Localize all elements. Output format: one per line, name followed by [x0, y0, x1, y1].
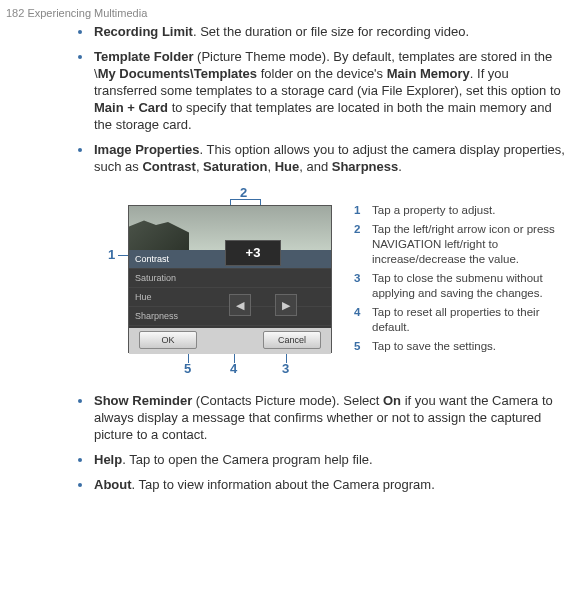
- legend-text: Tap a property to adjust.: [372, 203, 570, 218]
- legend-row-3: 3 Tap to close the submenu without apply…: [354, 271, 570, 301]
- text: , and: [299, 159, 332, 174]
- recording-limit-text: . Set the duration or file size for reco…: [193, 24, 469, 39]
- legend-row-5: 5 Tap to save the settings.: [354, 339, 570, 354]
- camera-settings-screenshot: Contrast Saturation Hue Sharpness +3 ◀ ▶…: [128, 205, 332, 353]
- main-content: Recording Limit. Set the duration or fil…: [0, 20, 584, 494]
- button-bar: OK Cancel: [129, 328, 331, 354]
- legend-text: Tap to save the settings.: [372, 339, 570, 354]
- legend-num: 2: [354, 222, 372, 267]
- legend-num: 1: [354, 203, 372, 218]
- callout-5: 5: [184, 361, 191, 378]
- arrow-left-icon[interactable]: ◀: [229, 294, 251, 316]
- callout-1: 1: [108, 247, 115, 264]
- property-saturation[interactable]: Saturation: [129, 269, 331, 288]
- arrow-controls: ◀ ▶: [229, 294, 297, 316]
- bullet-icon: [78, 458, 82, 462]
- show-reminder-title: Show Reminder: [94, 393, 192, 408]
- item-show-reminder: Show Reminder (Contacts Picture mode). S…: [70, 393, 566, 444]
- bullet-icon: [78, 30, 82, 34]
- legend-text: Tap the left/right arrow icon or press N…: [372, 222, 570, 267]
- prop-sharpness: Sharpness: [332, 159, 398, 174]
- legend-num: 5: [354, 339, 372, 354]
- help-text: . Tap to open the Camera program help fi…: [122, 452, 373, 467]
- item-image-properties: Image Properties. This option allows you…: [70, 142, 566, 176]
- mountain-icon: [129, 220, 189, 250]
- item-recording-limit: Recording Limit. Set the duration or fil…: [70, 24, 566, 41]
- on-label: On: [383, 393, 401, 408]
- cancel-button[interactable]: Cancel: [263, 331, 321, 349]
- arrow-right-icon[interactable]: ▶: [275, 294, 297, 316]
- image-properties-title: Image Properties: [94, 142, 200, 157]
- legend-num: 3: [354, 271, 372, 301]
- callout-line: [230, 199, 260, 200]
- bullet-icon: [78, 148, 82, 152]
- path-my-documents: My Documents\Templates: [98, 66, 257, 81]
- property-menu: Contrast Saturation Hue Sharpness +3 ◀ ▶: [129, 250, 331, 328]
- bullet-icon: [78, 55, 82, 59]
- text: folder on the device's: [257, 66, 387, 81]
- path-main-memory: Main Memory: [387, 66, 470, 81]
- callout-4: 4: [230, 361, 237, 378]
- item-help: Help. Tap to open the Camera program hel…: [70, 452, 566, 469]
- figure-area: 1 2 3 4 5 Contrast Saturation Hue Sharpn…: [70, 185, 566, 379]
- text: (Contacts Picture mode). Select: [192, 393, 383, 408]
- recording-limit-title: Recording Limit: [94, 24, 193, 39]
- legend-row-1: 1 Tap a property to adjust.: [354, 203, 570, 218]
- about-text: . Tap to view information about the Came…: [132, 477, 435, 492]
- prop-contrast: Contrast: [142, 159, 195, 174]
- prop-hue: Hue: [275, 159, 300, 174]
- legend-text: Tap to reset all properties to their def…: [372, 305, 570, 335]
- legend-row-2: 2 Tap the left/right arrow icon or press…: [354, 222, 570, 267]
- item-about: About. Tap to view information about the…: [70, 477, 566, 494]
- path-main-card: Main + Card: [94, 100, 168, 115]
- item-template-folder: Template Folder (Picture Theme mode). By…: [70, 49, 566, 133]
- bullet-icon: [78, 399, 82, 403]
- prop-saturation: Saturation: [203, 159, 267, 174]
- ok-button[interactable]: OK: [139, 331, 197, 349]
- value-popup: +3: [225, 240, 281, 266]
- bullet-icon: [78, 483, 82, 487]
- figure-legend: 1 Tap a property to adjust. 2 Tap the le…: [354, 203, 570, 357]
- legend-text: Tap to close the submenu without applyin…: [372, 271, 570, 301]
- help-title: Help: [94, 452, 122, 467]
- template-folder-title: Template Folder: [94, 49, 193, 64]
- legend-row-4: 4 Tap to reset all properties to their d…: [354, 305, 570, 335]
- page-header: 182 Experiencing Multimedia: [0, 0, 584, 20]
- text: .: [398, 159, 402, 174]
- legend-num: 4: [354, 305, 372, 335]
- callout-3: 3: [282, 361, 289, 378]
- about-title: About: [94, 477, 132, 492]
- text: ,: [267, 159, 274, 174]
